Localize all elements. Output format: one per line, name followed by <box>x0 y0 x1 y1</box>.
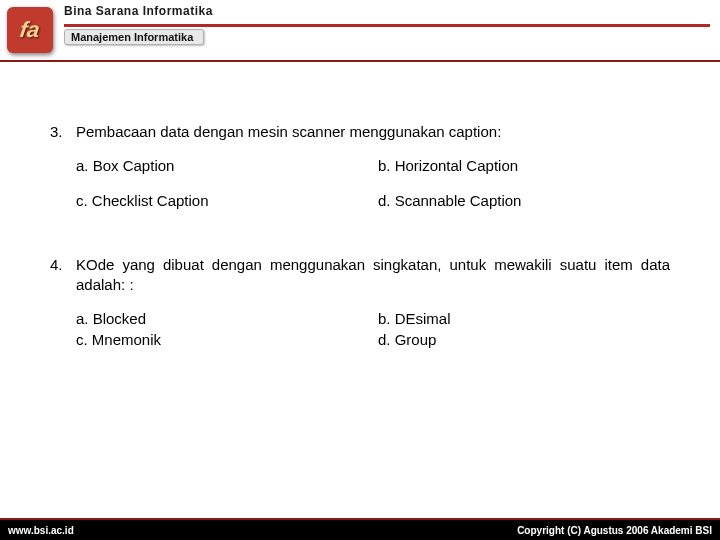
content-body: 3. Pembacaan data dengan mesin scanner m… <box>0 62 720 350</box>
footer-copyright: Copyright (C) Agustus 2006 Akademi BSI <box>517 525 712 536</box>
logo: fa <box>0 2 60 58</box>
question-number: 3. <box>50 122 76 142</box>
option-b: b. Horizontal Caption <box>378 156 670 176</box>
option-a: a. Blocked <box>76 309 368 329</box>
footer-site: www.bsi.ac.id <box>8 525 74 536</box>
question-text: Pembacaan data dengan mesin scanner meng… <box>76 122 670 142</box>
logo-text: fa <box>18 17 41 43</box>
option-d: d. Scannable Caption <box>378 191 670 211</box>
question-block: 3. Pembacaan data dengan mesin scanner m… <box>50 122 670 211</box>
org-title: Bina Sarana Informatika <box>64 4 710 18</box>
footer: www.bsi.ac.id Copyright (C) Agustus 2006… <box>0 518 720 540</box>
option-a: a. Box Caption <box>76 156 368 176</box>
option-c: c. Mnemonik <box>76 330 368 350</box>
option-d: d. Group <box>378 330 670 350</box>
option-b: b. DEsimal <box>378 309 670 329</box>
question-text: KOde yang dibuat dengan menggunakan sing… <box>76 255 670 296</box>
program-name: Manajemen Informatika <box>64 29 204 45</box>
header: fa Bina Sarana Informatika Manajemen Inf… <box>0 0 720 62</box>
question-block: 4. KOde yang dibuat dengan menggunakan s… <box>50 255 670 350</box>
option-c: c. Checklist Caption <box>76 191 368 211</box>
question-number: 4. <box>50 255 76 275</box>
